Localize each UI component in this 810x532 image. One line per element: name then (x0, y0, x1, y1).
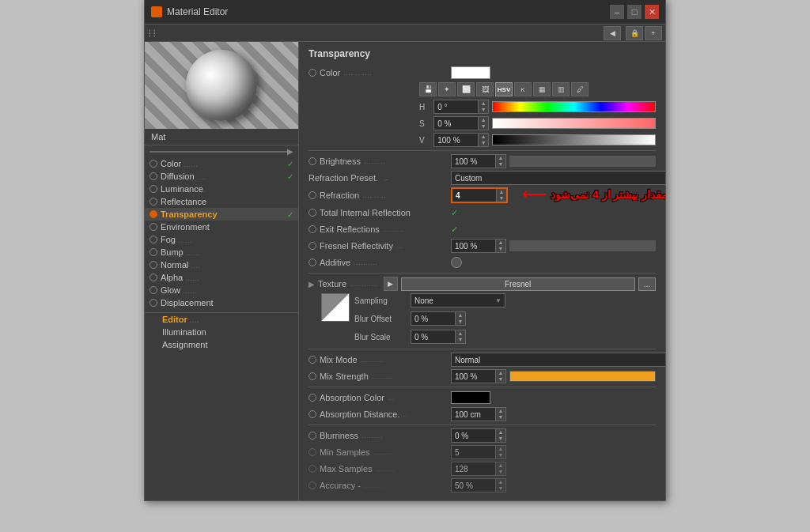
icon-k[interactable]: K (514, 82, 532, 96)
sidebar-item-diffusion[interactable]: Diffusion . . . . ✓ (145, 170, 298, 183)
blurriness-input[interactable]: ▲ ▼ (451, 428, 506, 443)
icon-square[interactable]: ⬜ (457, 82, 475, 96)
more-btn[interactable]: ... (638, 277, 656, 291)
mix-mode-dropdown[interactable]: Normal ▼ (451, 353, 665, 367)
fresnel-down[interactable]: ▼ (496, 246, 505, 252)
sidebar-item-glow[interactable]: Glow . . . . . . (145, 284, 298, 296)
hue-gradient-bar[interactable] (492, 101, 656, 112)
max-samples-value-input[interactable] (452, 462, 495, 475)
brightness-up[interactable]: ▲ (496, 155, 505, 161)
icon-palette2[interactable]: ▥ (552, 82, 570, 96)
blur-scale-down[interactable]: ▼ (456, 337, 465, 343)
fresnel-input[interactable]: ▲ ▼ (451, 239, 506, 253)
subnav-assignment[interactable]: Assignment (157, 338, 298, 351)
sidebar-item-normal[interactable]: Normal . . . . (145, 258, 298, 271)
mix-strength-input[interactable]: ▲ ▼ (451, 369, 506, 383)
brightness-down[interactable]: ▼ (496, 161, 505, 168)
absorption-distance-up[interactable]: ▲ (496, 408, 505, 414)
accuracy-value-input[interactable] (452, 479, 495, 492)
subnav-illumination[interactable]: Illumination (157, 326, 298, 338)
sidebar-item-displacement[interactable]: Displacement (145, 296, 298, 309)
icon-palette1[interactable]: ▦ (533, 82, 551, 96)
color-swatch[interactable] (451, 66, 490, 79)
close-button[interactable]: ✕ (645, 5, 659, 19)
icon-image[interactable]: 🖼 (476, 82, 494, 96)
blurriness-up[interactable]: ▲ (496, 429, 505, 436)
fresnel-value-input[interactable] (452, 240, 495, 252)
minimize-button[interactable]: – (610, 5, 624, 19)
maximize-button[interactable]: □ (627, 5, 642, 19)
sidebar-item-fog[interactable]: Fog . . . . . . (145, 233, 298, 246)
s-input[interactable]: ▲ ▼ (433, 116, 489, 130)
texture-play-btn[interactable]: ▶ (384, 277, 398, 291)
absorption-distance-down[interactable]: ▼ (496, 414, 505, 421)
blur-offset-down[interactable]: ▼ (456, 319, 465, 325)
v-value-input[interactable] (434, 134, 478, 146)
toolbar-arrow-btn[interactable]: ◀ (604, 26, 621, 40)
h-input[interactable]: ▲ ▼ (433, 100, 489, 114)
sidebar-item-transparency[interactable]: Transparency ✓ (145, 208, 298, 221)
absorption-distance-value-input[interactable] (452, 408, 495, 421)
absorption-color-swatch[interactable] (451, 391, 490, 404)
min-samples-up[interactable]: ▲ (496, 446, 505, 452)
toolbar-icon-1[interactable]: 🔒 (626, 26, 643, 40)
sidebar-item-color[interactable]: Color . . . . . . ✓ (145, 157, 298, 170)
sidebar-item-bump[interactable]: Bump . . . . . . (145, 246, 298, 258)
mix-strength-up[interactable]: ▲ (496, 370, 505, 376)
h-down[interactable]: ▼ (479, 107, 488, 113)
toolbar-icon-2[interactable]: + (645, 26, 662, 40)
icon-save[interactable]: 💾 (419, 82, 437, 96)
blurriness-value-input[interactable] (452, 429, 495, 442)
mix-strength-down[interactable]: ▼ (496, 376, 505, 383)
accuracy-up[interactable]: ▲ (496, 479, 505, 485)
absorption-distance-input[interactable]: ▲ ▼ (451, 407, 506, 421)
min-samples-input[interactable]: ▲ ▼ (451, 445, 506, 459)
refraction-value-input[interactable] (452, 189, 496, 202)
sampling-dropdown[interactable]: None ▼ (411, 293, 505, 308)
blur-offset-input[interactable]: ▲ ▼ (411, 311, 466, 326)
s-down[interactable]: ▼ (479, 123, 488, 130)
icon-star[interactable]: ✦ (438, 82, 456, 96)
sidebar-item-alpha[interactable]: Alpha . . . . . . (145, 271, 298, 284)
min-samples-down[interactable]: ▼ (496, 452, 505, 458)
v-input[interactable]: ▲ ▼ (433, 133, 489, 147)
blur-scale-up[interactable]: ▲ (456, 330, 465, 337)
fresnel-up[interactable]: ▲ (496, 240, 505, 246)
additive-checkbox[interactable] (451, 257, 462, 268)
sidebar-item-luminance[interactable]: Luminance. (145, 183, 298, 195)
s-value-input[interactable] (434, 117, 478, 130)
s-up[interactable]: ▲ (479, 117, 488, 123)
v-down[interactable]: ▼ (479, 140, 488, 146)
sidebar-item-reflectance[interactable]: Reflectance (145, 195, 298, 208)
subnav-editor[interactable]: Editor . . . . (157, 313, 298, 326)
h-value-input[interactable] (434, 100, 478, 113)
mix-strength-value-input[interactable] (452, 370, 495, 383)
icon-eyedropper[interactable]: 🖊 (571, 82, 589, 96)
icon-hsv[interactable]: HSV (495, 82, 513, 96)
value-gradient-bar[interactable] (492, 134, 656, 145)
accuracy-down[interactable]: ▼ (496, 485, 505, 492)
blur-offset-up[interactable]: ▲ (456, 312, 465, 319)
brightness-input[interactable]: ▲ ▼ (451, 154, 506, 168)
saturation-gradient-bar[interactable] (492, 118, 656, 129)
fresnel-btn[interactable]: Fresnel (401, 277, 635, 291)
h-up[interactable]: ▲ (479, 100, 488, 107)
refraction-down[interactable]: ▼ (497, 195, 506, 202)
refraction-up[interactable]: ▲ (497, 189, 506, 195)
nav-arrow[interactable]: ▶ (287, 147, 293, 156)
blurriness-down[interactable]: ▼ (496, 436, 505, 442)
refraction-preset-dropdown[interactable]: Custom ▼ (451, 171, 665, 185)
max-samples-up[interactable]: ▲ (496, 462, 505, 469)
max-samples-down[interactable]: ▼ (496, 469, 505, 475)
brightness-value-input[interactable] (452, 155, 495, 168)
accuracy-input[interactable]: ▲ ▼ (451, 478, 506, 492)
v-up[interactable]: ▲ (479, 134, 488, 140)
min-samples-value-input[interactable] (452, 446, 495, 458)
sidebar-item-environment[interactable]: Environment (145, 221, 298, 233)
refraction-input[interactable]: ▲ ▼ (451, 187, 508, 203)
blur-scale-input[interactable]: ▲ ▼ (411, 330, 466, 344)
blur-scale-value[interactable] (411, 330, 455, 343)
max-samples-input[interactable]: ▲ ▼ (451, 462, 506, 476)
texture-expand-icon[interactable]: ▶ (308, 280, 315, 289)
blur-offset-value[interactable] (411, 312, 455, 325)
